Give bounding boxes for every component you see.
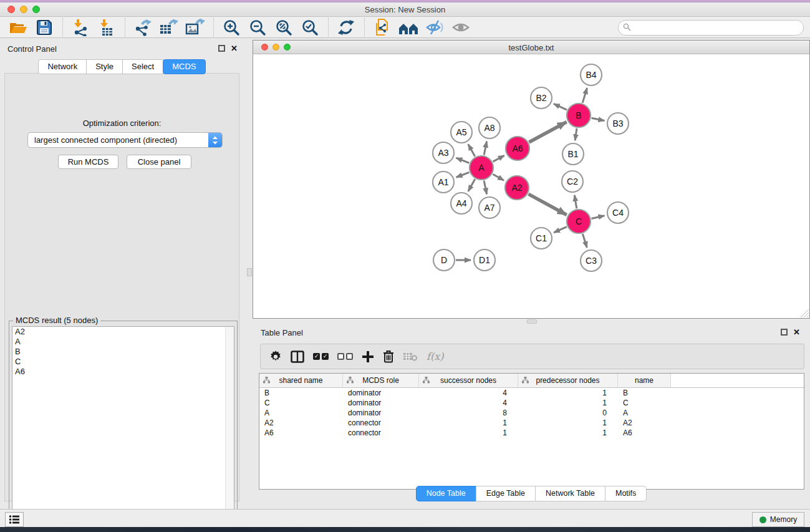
table-cell[interactable]: B bbox=[259, 389, 343, 397]
network-view-window[interactable]: testGlobe.txt B4B2BB3A8A5A6A3B1AA1C2A2A4… bbox=[253, 40, 810, 319]
tab-style[interactable]: Style bbox=[86, 59, 123, 74]
criterion-dropdown[interactable]: largest connected component (directed) bbox=[27, 132, 223, 148]
edge-B-B2[interactable] bbox=[554, 104, 567, 110]
float-table-panel-icon[interactable] bbox=[781, 329, 788, 336]
table-row[interactable]: A2connector11A2 bbox=[259, 418, 804, 428]
table-cell[interactable]: 4 bbox=[419, 399, 518, 407]
table-cell[interactable]: dominator bbox=[343, 389, 419, 397]
table-cell[interactable]: A bbox=[618, 409, 671, 417]
table-settings-gear-icon[interactable] bbox=[269, 351, 282, 363]
table-row[interactable]: Adominator80A bbox=[259, 408, 804, 418]
horizontal-splitter-handle[interactable] bbox=[527, 319, 537, 324]
result-item[interactable]: C bbox=[12, 357, 234, 367]
table-cell[interactable]: 1 bbox=[518, 389, 618, 397]
memory-button[interactable]: Memory bbox=[752, 512, 804, 527]
edge-A-A5[interactable] bbox=[468, 144, 475, 157]
result-item[interactable]: A6 bbox=[12, 367, 234, 377]
tab-node-table[interactable]: Node Table bbox=[416, 486, 476, 501]
result-item[interactable]: A bbox=[12, 337, 234, 347]
result-item[interactable]: B bbox=[12, 347, 234, 357]
first-neighbors-icon[interactable] bbox=[398, 18, 419, 37]
tab-mcds[interactable]: MCDS bbox=[163, 59, 205, 74]
zoom-fit-icon[interactable] bbox=[273, 18, 294, 37]
column-header-name[interactable]: name bbox=[618, 374, 671, 387]
edge-A2-C[interactable] bbox=[528, 194, 566, 215]
show-all-icon[interactable] bbox=[450, 18, 471, 37]
split-view-icon[interactable] bbox=[291, 351, 304, 363]
result-scrollbar[interactable] bbox=[225, 327, 234, 531]
edge-C-C1[interactable] bbox=[554, 227, 567, 233]
table-cell[interactable]: 0 bbox=[518, 409, 618, 417]
edge-B-B4[interactable] bbox=[582, 88, 587, 103]
table-row[interactable]: Cdominator41C bbox=[259, 398, 804, 408]
table-cell[interactable]: dominator bbox=[343, 399, 419, 407]
hide-selected-icon[interactable] bbox=[424, 18, 445, 37]
function-builder-icon[interactable]: f(x) bbox=[427, 351, 443, 362]
tab-network[interactable]: Network bbox=[38, 59, 87, 74]
table-cell[interactable]: 1 bbox=[419, 428, 518, 437]
import-table-icon[interactable] bbox=[96, 18, 117, 37]
edge-C-C4[interactable] bbox=[591, 216, 604, 219]
table-cell[interactable]: C bbox=[618, 399, 671, 407]
table-cell[interactable]: 4 bbox=[419, 389, 518, 397]
zoom-out-icon[interactable] bbox=[247, 18, 268, 37]
table-cell[interactable]: dominator bbox=[343, 409, 419, 417]
table-cell[interactable]: 1 bbox=[518, 428, 618, 437]
delete-table-icon[interactable] bbox=[403, 352, 418, 362]
float-panel-icon[interactable] bbox=[218, 45, 225, 52]
close-panel-button[interactable]: Close panel bbox=[127, 155, 191, 169]
import-network-icon[interactable] bbox=[70, 18, 91, 37]
column-header-MCDS-role[interactable]: MCDS role bbox=[343, 374, 419, 387]
edge-A-A1[interactable] bbox=[456, 172, 470, 177]
table-row[interactable]: A6connector11A6 bbox=[259, 428, 804, 438]
result-item[interactable]: A2 bbox=[12, 327, 234, 337]
deselect-all-columns-icon[interactable]: ✓✓ bbox=[337, 353, 353, 360]
vertical-splitter-handle[interactable] bbox=[247, 268, 252, 276]
table-cell[interactable]: C bbox=[259, 399, 343, 407]
table-cell[interactable]: A bbox=[259, 409, 343, 417]
node-table[interactable]: shared nameMCDS rolesuccessor nodesprede… bbox=[259, 373, 804, 490]
table-cell[interactable]: A6 bbox=[618, 428, 671, 437]
edge-A-A8[interactable] bbox=[484, 142, 486, 155]
close-panel-icon[interactable]: ✕ bbox=[231, 45, 238, 52]
export-table-icon[interactable] bbox=[158, 18, 180, 37]
mcds-result-list[interactable]: A2ABCA6 bbox=[12, 326, 234, 531]
column-header-predecessor-nodes[interactable]: predecessor nodes bbox=[518, 374, 618, 387]
table-cell[interactable]: 8 bbox=[419, 409, 518, 417]
edge-B-B3[interactable] bbox=[592, 118, 605, 120]
zoom-selected-icon[interactable] bbox=[299, 18, 321, 37]
column-header-shared-name[interactable]: shared name bbox=[259, 374, 343, 387]
table-cell[interactable]: A6 bbox=[259, 428, 343, 437]
export-image-icon[interactable] bbox=[185, 18, 206, 37]
table-cell[interactable]: connector bbox=[343, 428, 419, 437]
select-all-columns-icon[interactable]: ✓✓ bbox=[313, 353, 329, 360]
edge-A6-B[interactable] bbox=[529, 122, 566, 142]
edge-A-A4[interactable] bbox=[468, 179, 475, 191]
network-titlebar[interactable]: testGlobe.txt bbox=[253, 41, 809, 54]
save-session-icon[interactable] bbox=[34, 18, 55, 37]
column-header-successor-nodes[interactable]: successor nodes bbox=[419, 374, 518, 387]
table-cell[interactable]: connector bbox=[343, 418, 419, 427]
add-column-icon[interactable] bbox=[362, 351, 374, 363]
edge-C-C2[interactable] bbox=[574, 195, 576, 209]
window-resize-grip[interactable] bbox=[800, 309, 809, 317]
export-network-icon[interactable] bbox=[132, 18, 153, 37]
table-cell[interactable]: A2 bbox=[259, 418, 343, 427]
table-cell[interactable]: A2 bbox=[618, 418, 671, 427]
run-mcds-button[interactable]: Run MCDS bbox=[58, 155, 118, 169]
clone-network-icon[interactable] bbox=[372, 18, 393, 37]
refresh-icon[interactable] bbox=[335, 18, 357, 37]
tab-motifs[interactable]: Motifs bbox=[605, 486, 647, 501]
delete-column-trash-icon[interactable] bbox=[383, 350, 394, 363]
edge-C-C3[interactable] bbox=[582, 234, 587, 248]
table-row[interactable]: Bdominator41B bbox=[259, 388, 804, 398]
open-folder-icon[interactable] bbox=[7, 18, 29, 37]
search-input[interactable] bbox=[634, 21, 799, 34]
edge-A-A7[interactable] bbox=[484, 181, 486, 195]
search-box[interactable] bbox=[618, 20, 804, 36]
app-titlebar[interactable]: Session: New Session bbox=[0, 2, 810, 17]
table-cell[interactable]: 1 bbox=[419, 418, 518, 427]
table-cell[interactable]: 1 bbox=[518, 399, 618, 407]
tab-select[interactable]: Select bbox=[122, 59, 163, 74]
edge-B-B1[interactable] bbox=[575, 128, 577, 140]
